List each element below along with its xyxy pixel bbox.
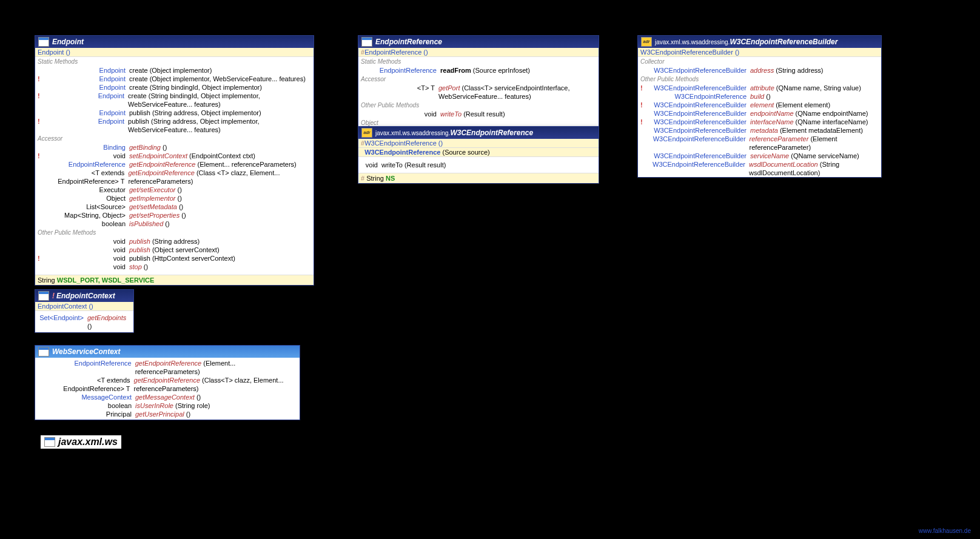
constructor: Endpoint (): [35, 48, 314, 57]
class-webservicecontext: WebServiceContext EndpointReferencegetEn…: [35, 345, 300, 420]
class-header: Endpoint: [35, 36, 314, 48]
method-row: !Endpointcreate (Object implementor, Web…: [35, 75, 314, 83]
class-icon: [38, 347, 49, 357]
method-row: voidwriteTo (Result result): [358, 161, 599, 169]
constructor: #EndpointReference (): [358, 48, 599, 57]
credit-link[interactable]: www.falkhausen.de: [919, 527, 971, 534]
method-row: Executorget/setExecutor (): [35, 186, 314, 194]
constants: # String NS: [358, 173, 599, 183]
constants: String WSDL_PORT, WSDL_SERVICE: [35, 275, 314, 285]
bang-marker: !: [52, 292, 55, 300]
class-title: WebServiceContext: [52, 347, 120, 356]
method-row: Map<String, Object>get/setProperties (): [35, 211, 314, 219]
method-row: !voidsetEndpointContext (EndpointContext…: [35, 152, 314, 160]
class-header: EndpointReference: [358, 36, 599, 48]
class-title: EndpointReference: [375, 38, 442, 46]
method-row: Endpointcreate (String bindingId, Object…: [35, 83, 314, 92]
method-row: EndpointReferencegetEndpointReference (E…: [35, 160, 314, 169]
method-row: W3CEndpointReferenceBuilderaddress (Stri…: [638, 66, 881, 75]
class-header: adrjavax.xml.ws.wsaddressing.W3CEndpoint…: [638, 36, 881, 48]
class-icon: [38, 291, 49, 301]
method-row: Endpointpublish (String address, Object …: [35, 109, 314, 117]
method-row: EndpointReferencereadFrom (Source eprInf…: [358, 66, 599, 75]
class-w3cbuilder: adrjavax.xml.ws.wsaddressing.W3CEndpoint…: [637, 35, 882, 178]
section-accessor: Accessor: [35, 134, 314, 143]
adr-icon: adr: [361, 128, 372, 138]
method-row: !Endpointpublish (String address, Object…: [35, 117, 314, 134]
method-row: booleanisPublished (): [35, 219, 314, 228]
constructor: #W3CEndpointReference (): [358, 139, 599, 148]
section-accessor: Accessor: [358, 75, 599, 84]
method-row: ObjectgetImplementor (): [35, 194, 314, 203]
method-row: Set<Endpoint>getEndpoints (): [35, 313, 133, 332]
class-w3cendpointreference: adrjavax.xml.ws.wsaddressing.W3CEndpoint…: [358, 126, 599, 184]
section-other: Other Public Methods: [35, 228, 314, 237]
method-row: !W3CEndpointReferenceBuilderattribute (Q…: [638, 84, 881, 92]
method-row: !W3CEndpointReferenceBuilderinterfaceNam…: [638, 118, 881, 126]
method-row: <T> TgetPort (Class<T> serviceEndpointIn…: [358, 84, 599, 101]
class-title: Endpoint: [52, 38, 84, 46]
section-other: Other Public Methods: [638, 75, 881, 84]
method-row: MessageContextgetMessageContext (): [35, 393, 300, 401]
constructor: W3CEndpointReferenceBuilder (): [638, 48, 881, 57]
class-title: EndpointContext: [56, 292, 115, 300]
method-row: !voidpublish (HttpContext serverContext): [35, 254, 314, 263]
class-endpointreference: EndpointReference #EndpointReference () …: [358, 35, 599, 138]
class-header: adrjavax.xml.ws.wsaddressing.W3CEndpoint…: [358, 127, 599, 139]
method-row: voidpublish (Object serverContext): [35, 246, 314, 254]
method-row: !Endpointcreate (String bindingId, Objec…: [35, 92, 314, 109]
method-row: EndpointReferencegetEndpointReference (E…: [35, 359, 300, 376]
constructor: EndpointContext (): [35, 302, 133, 311]
method-row: !W3CEndpointReferenceBuilderelement (Ele…: [638, 101, 881, 109]
method-row: W3CEndpointReferenceBuilderserviceName (…: [638, 152, 881, 160]
class-endpoint: Endpoint Endpoint () Static Methods Endp…: [35, 35, 314, 286]
adr-icon: adr: [641, 37, 652, 47]
class-endpointcontext: !EndpointContext EndpointContext () Set<…: [35, 289, 134, 333]
method-row: voidwriteTo (Result result): [358, 110, 599, 118]
method-row: PrincipalgetUserPrincipal (): [35, 410, 300, 418]
method-row: voidstop (): [35, 263, 314, 271]
package-prefix: javax.xml.ws.wsaddressing.: [655, 39, 730, 45]
method-row: W3CEndpointReferencebuild (): [638, 92, 881, 101]
constructor: W3CEndpointReference (Source source): [358, 148, 599, 157]
method-row: W3CEndpointReferenceBuilderendpointName …: [638, 109, 881, 118]
method-row: <T extends EndpointReference> TgetEndpoi…: [35, 169, 314, 186]
class-icon: [44, 437, 55, 447]
method-row: Endpointcreate (Object implementor): [35, 66, 314, 75]
class-header: !EndpointContext: [35, 290, 133, 302]
class-title: W3CEndpointReference: [450, 129, 533, 137]
section-other: Other Public Methods: [358, 101, 599, 110]
method-row: voidpublish (String address): [35, 237, 314, 246]
class-header: WebServiceContext: [35, 346, 300, 358]
class-icon: [361, 37, 372, 47]
section-collector: Collector: [638, 57, 881, 66]
method-row: W3CEndpointReferenceBuilderwsdlDocumentL…: [638, 160, 881, 177]
package-label: javax.xml.ws: [41, 435, 121, 449]
method-row: <T extends EndpointReference> TgetEndpoi…: [35, 376, 300, 393]
section-static: Static Methods: [358, 57, 599, 66]
method-row: W3CEndpointReferenceBuildermetadata (Ele…: [638, 126, 881, 135]
method-row: BindinggetBinding (): [35, 143, 314, 152]
method-row: List<Source>get/setMetadata (): [35, 203, 314, 211]
class-icon: [38, 37, 49, 47]
method-row: W3CEndpointReferenceBuilderreferencePara…: [638, 135, 881, 152]
class-title: W3CEndpointReferenceBuilder: [730, 38, 837, 46]
package-prefix: javax.xml.ws.wsaddressing.: [375, 130, 450, 136]
section-static: Static Methods: [35, 57, 314, 66]
method-row: booleanisUserInRole (String role): [35, 401, 300, 410]
